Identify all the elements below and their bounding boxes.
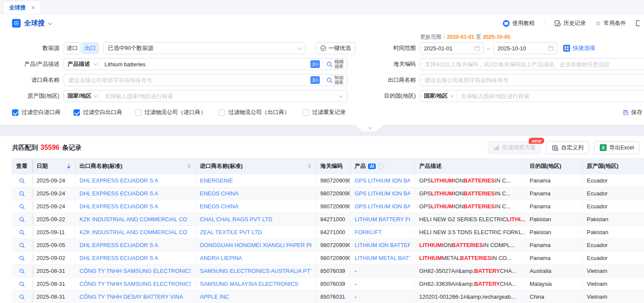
importer-link[interactable]: ZEAL TEXTILE PVT LTD (200, 229, 262, 235)
translate-icon[interactable]: 文A (310, 76, 320, 84)
exporter-link[interactable]: CÔNG TY TNHH DESAY BATTERY VINA (80, 294, 183, 300)
product-type-select[interactable]: 产品描述 (64, 59, 100, 70)
product-link[interactable]: GPS LITHIUM ION BAT... (355, 203, 410, 210)
exporter-link[interactable]: DHL EXPRESS ECUADOR S A (80, 203, 158, 210)
product-link[interactable]: GPS LITHIUM ION BAT... (355, 177, 410, 184)
import-toggle-button[interactable]: 进口 (64, 42, 81, 54)
view-record-button[interactable] (19, 255, 25, 261)
close-icon[interactable]: ✕ (31, 5, 35, 11)
quick-options-button[interactable]: 快捷选项 (563, 44, 595, 52)
sort-control[interactable] (184, 164, 191, 169)
favorites-button[interactable]: ☆ 常用条件 (595, 19, 626, 27)
exporter-link[interactable]: DHL EXPRESS ECUADOR S A (80, 255, 158, 261)
translate-icon[interactable]: 文A (310, 60, 320, 68)
importer-link[interactable]: CHAL CHAL RAGS PVT LTD (200, 216, 272, 223)
column-header-exporter[interactable]: 出口商名称(标准) (75, 158, 196, 174)
product-link[interactable]: LITHIUM METAL BATT... (355, 255, 410, 261)
sort-desc-icon[interactable] (308, 167, 311, 169)
checkbox-icon[interactable] (12, 109, 18, 116)
hs-code-cell: 85076039 (316, 265, 350, 277)
checkbox-icon[interactable] (135, 109, 141, 116)
filter-checkbox-0[interactable]: 过滤空白进口商 (12, 108, 61, 116)
smart-search-button[interactable]: 智能搜索 (323, 75, 347, 85)
origin-value: Ecuador (587, 242, 607, 248)
save-conditions-button[interactable]: 保存 (623, 108, 644, 116)
exporter-link[interactable]: KZK INDUSTRIAL AND COMMERCIAL CO (80, 229, 187, 235)
importer-link[interactable]: ANDRA LIEPINA (200, 255, 242, 261)
exporter-link[interactable]: DHL EXPRESS ECUADOR S A (80, 242, 158, 248)
description-text: ION (442, 242, 452, 248)
importer-link[interactable]: DONGGUAN HONGMEI XIANGLI PAPER PR... (200, 242, 311, 248)
datasource-select[interactable]: 已选中90个数据源 (103, 42, 305, 54)
export-excel-button[interactable]: X 导出Excel (594, 141, 640, 154)
filter-checkbox-3[interactable]: 过滤物流公司（出口商） (219, 108, 290, 116)
view-record-button[interactable] (19, 191, 25, 197)
importer-link[interactable]: APPLE INC (200, 294, 229, 300)
info-icon[interactable]: i (378, 163, 384, 169)
column-header-date[interactable]: 日期 (32, 158, 75, 174)
sort-desc-icon[interactable] (67, 167, 71, 169)
exporter-link[interactable]: KZK INDUSTRIAL AND COMMERCIAL CO (80, 216, 187, 223)
checkbox-icon[interactable] (303, 109, 309, 116)
customize-columns-button[interactable]: 自定义列 (546, 141, 589, 154)
export-toggle-button[interactable]: 出口 (82, 42, 99, 54)
view-record-button[interactable] (19, 229, 25, 235)
fuzzy-search-button[interactable]: 模糊搜索 (323, 59, 347, 69)
product-link[interactable]: LITHIUM BATTERY FO... (355, 216, 410, 223)
clipped-action-icon[interactable] (635, 20, 640, 27)
sort-asc-icon[interactable] (308, 164, 311, 166)
importer-link[interactable]: ENEOS CHINA (200, 190, 239, 197)
highlighted-term: LITHIUM (431, 190, 454, 197)
importer-link[interactable]: SAMSUNG ELECTRONICS AUSTRALIA PTY (200, 268, 311, 274)
exporter-link[interactable]: DHL EXPRESS ECUADOR S A (80, 190, 158, 197)
sort-desc-icon[interactable] (187, 167, 191, 169)
importer-link[interactable]: ENEOS CHINA (200, 203, 239, 210)
view-record-button[interactable] (19, 242, 25, 248)
start-date-field[interactable] (420, 45, 474, 52)
product-link[interactable]: GPS LITHIUM ION BAT... (355, 190, 410, 197)
filter-checkbox-4[interactable]: 过滤重复记录 (303, 108, 346, 116)
view-record-button[interactable] (19, 268, 25, 274)
hs-code-input[interactable] (420, 61, 644, 68)
tab-global-search[interactable]: 全球搜 ✕ (3, 1, 41, 14)
product-link[interactable]: FORKLIFT (355, 229, 382, 235)
sort-asc-icon[interactable] (67, 164, 71, 166)
origin-input[interactable] (100, 93, 339, 99)
origin-type-select[interactable]: 国家/地区 (64, 90, 100, 102)
importer-link[interactable]: ENERGENIE (200, 177, 233, 184)
product-link[interactable]: LITHIUM ION BATTERY (355, 242, 410, 248)
date-value: 2025-09-05 (37, 242, 65, 248)
filter-checkbox-2[interactable]: 过滤物流公司（进口商） (135, 108, 206, 116)
checkbox-icon[interactable] (219, 109, 225, 116)
destination-value: Panama (530, 242, 550, 248)
exporter-input[interactable] (420, 77, 644, 83)
hs-code-value: 9807209090 (320, 190, 350, 197)
history-button[interactable]: 历史记录 (554, 19, 586, 27)
checkbox-icon[interactable] (74, 109, 80, 116)
sort-asc-icon[interactable] (187, 164, 191, 166)
destination-input[interactable] (457, 93, 644, 99)
end-date-input[interactable] (494, 42, 557, 54)
tutorial-button[interactable]: 使用教程 (503, 19, 535, 27)
column-header-importer[interactable]: 进口商名称(标准) (196, 158, 316, 174)
destination-type-select[interactable]: 国家/地区 (420, 90, 457, 102)
view-record-button[interactable] (19, 216, 25, 223)
view-record-button[interactable] (19, 204, 25, 210)
filter-checkbox-1[interactable]: 过滤空白出口商 (74, 108, 122, 116)
view-record-button[interactable] (19, 281, 25, 287)
importer-input[interactable] (64, 77, 308, 83)
generate-insight-button[interactable]: 生成洞察方案 NEW (488, 141, 541, 154)
view-record-button[interactable] (19, 294, 25, 300)
chevron-down-icon[interactable] (48, 21, 52, 25)
importer-link[interactable]: SAMSUNG MALAYSIA ELECTRONICS (200, 281, 298, 287)
exporter-link[interactable]: CÔNG TY TNHH SAMSUNG ELECTRONICS ... (80, 281, 191, 287)
end-date-field[interactable] (494, 45, 548, 52)
sort-control[interactable] (304, 164, 311, 169)
view-record-button[interactable] (19, 178, 25, 184)
app-title-group[interactable]: 全球搜 (12, 19, 51, 28)
start-date-input[interactable] (420, 42, 484, 54)
product-input[interactable] (100, 61, 308, 68)
exporter-link[interactable]: CÔNG TY TNHH SAMSUNG ELECTRONICS ... (80, 268, 191, 274)
sort-control[interactable] (64, 164, 71, 169)
exporter-link[interactable]: DHL EXPRESS ECUADOR S A (80, 177, 158, 184)
